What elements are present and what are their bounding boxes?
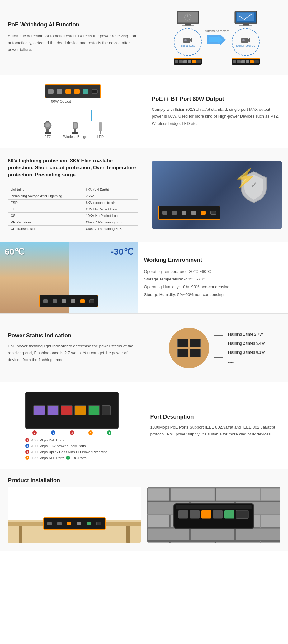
svg-rect-35 <box>250 60 254 63</box>
lightning-row: EFT2KV No Packet Loss <box>8 206 138 213</box>
port-legend: 1-1000Mbps PoE Ports2-1000Mbps 60W power… <box>25 438 119 460</box>
legend-dot: 3 <box>25 450 29 454</box>
poe-watchdog-section: PoE Watchdog AI Function Automatic detec… <box>0 0 288 75</box>
lightning-row: Remaining Voltage After Lightning<65V <box>8 193 138 200</box>
t6 <box>89 299 94 303</box>
lightning-row: ESD8KV exposed to air <box>8 200 138 206</box>
switch-left-icon <box>174 58 202 65</box>
rj45-port-2 <box>190 339 201 347</box>
power-label-2: Flashing 2 times 5.4W <box>228 341 265 346</box>
lightning-value: <65V <box>83 193 138 200</box>
port-orange-1 <box>74 405 86 415</box>
lightning-image: ✓ ⚡ <box>152 161 282 229</box>
legend-item: 1-1000Mbps PoE Ports <box>25 438 64 442</box>
lightning-right: ✓ ⚡ <box>146 148 288 242</box>
switch-diagram-group: 60W Output <box>45 84 101 122</box>
power-status-desc: PoE power flashing light indicator to de… <box>8 343 138 363</box>
power-label-more: ...... <box>228 359 265 364</box>
legend-label: -1000Mbps Uplink Ports 60W PD Power Rece… <box>31 450 107 454</box>
product-install-images <box>0 487 288 551</box>
ptz-icon <box>41 121 54 134</box>
svg-rect-77 <box>215 542 260 543</box>
lightning-bolt-icon: ⚡ <box>234 167 257 189</box>
svg-rect-78 <box>261 542 280 543</box>
d2 <box>57 522 62 525</box>
monitor-left-icon <box>175 9 200 28</box>
svg-rect-60 <box>235 487 280 487</box>
product-install-title: Product Installation <box>0 469 288 487</box>
svg-rect-74 <box>235 528 280 541</box>
svg-rect-45 <box>45 132 51 134</box>
poe-devices-row: PTZ Wireless Bridge <box>41 121 104 139</box>
port-row-1 <box>177 339 201 347</box>
poe-watchdog-desc: Automatic detection, Automatic restart. … <box>8 33 138 53</box>
svg-rect-49 <box>72 132 78 134</box>
legend-item: 3-1000Mbps Uplink Ports 60W PD Power Rec… <box>25 450 107 454</box>
indicator-3-group: 3 <box>70 430 74 435</box>
power-status-left: Power Status Indication PoE power flashi… <box>0 314 146 382</box>
lp3 <box>182 211 186 215</box>
output-lines-icon <box>45 104 101 122</box>
port-desc-section: 1 2 3 4 5 1-1000Mbps PoE Ports2-1000Mbps… <box>0 382 288 469</box>
indicator-1-group: 1 <box>32 430 37 435</box>
bridge-icon <box>70 121 81 134</box>
svg-rect-81 <box>178 510 188 519</box>
legend-label: -1000Mbps SFP Ports <box>31 456 64 460</box>
working-env-title: Working Environment <box>144 257 202 263</box>
ports-circle <box>169 328 209 368</box>
svg-rect-58 <box>147 487 189 487</box>
switch-lightning-visual <box>158 206 220 220</box>
working-env-left: 60℃ -30℃ <box>0 242 138 313</box>
indicator-2-group: 2 <box>51 430 55 435</box>
svg-rect-16 <box>196 60 201 63</box>
lightning-param: ESD <box>8 200 83 206</box>
port-dot-1: 1 <box>32 430 37 435</box>
svg-rect-63 <box>215 488 260 501</box>
lp2 <box>172 211 177 215</box>
svg-rect-13 <box>183 60 187 63</box>
t3 <box>62 299 66 303</box>
svg-rect-22 <box>239 26 252 26</box>
poe-bt-diagram: 60W Output <box>0 75 146 148</box>
svg-rect-32 <box>237 60 241 63</box>
svg-rect-31 <box>233 60 236 63</box>
signal-loss-group: Signal Loss <box>174 9 202 65</box>
lightning-row: RE RadiationClass A Remaining 6dB <box>8 219 138 226</box>
ptz-device: PTZ <box>41 121 54 139</box>
signal-recovery-label: Signal recovery <box>236 44 255 47</box>
watchdog-diagram: Signal Loss Automatic restart <box>152 6 282 68</box>
svg-rect-48 <box>74 129 76 132</box>
working-env-section: 60℃ -30℃ Working Environment Operating T… <box>0 242 288 314</box>
arrows-group: Automatic restart <box>205 29 229 45</box>
product-install-section: Product Installation <box>0 469 288 551</box>
signal-loss-label: Signal Loss <box>181 44 195 47</box>
power-status-title: Power Status Indication <box>8 332 138 339</box>
svg-marker-8 <box>190 38 192 42</box>
svg-rect-50 <box>99 122 102 131</box>
power-label-1: Flashing 1 time 2.7W <box>228 332 265 336</box>
svg-rect-59 <box>190 487 235 487</box>
temp-banner: 60℃ -30℃ <box>0 242 138 313</box>
power-labels: Flashing 1 time 2.7W Flashing 2 times 5.… <box>228 332 265 364</box>
lightning-table: Lightning6KV (LN Earth)Remaining Voltage… <box>8 186 138 232</box>
d6 <box>96 522 101 525</box>
svg-marker-28 <box>248 38 250 42</box>
port-green-1 <box>88 405 100 415</box>
temp-hot-label: 60℃ <box>5 247 64 257</box>
port-dot-3: 3 <box>70 430 74 435</box>
flash3-label: Flashing 3 times 8.1W <box>228 350 265 355</box>
svg-rect-83 <box>201 510 211 519</box>
wall-pattern-icon <box>147 487 281 543</box>
svg-rect-64 <box>261 488 280 501</box>
lightning-value: 6KV (LN Earth) <box>83 186 138 193</box>
t4 <box>71 299 75 303</box>
lightning-left: 6KV Lightning protection, 8KV Electro-st… <box>0 148 146 242</box>
lightning-param: Remaining Voltage After Lightning <box>8 193 83 200</box>
rj45-port-1 <box>177 339 188 347</box>
port-dot-5: 5 <box>107 430 111 435</box>
svg-rect-33 <box>241 60 245 63</box>
lightning-param: EFT <box>8 206 83 213</box>
poe-switch-box <box>45 84 101 98</box>
port-desc-title: Port Description <box>150 414 194 420</box>
t5 <box>80 299 85 303</box>
